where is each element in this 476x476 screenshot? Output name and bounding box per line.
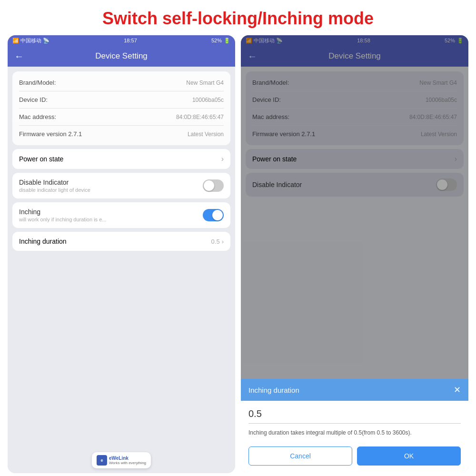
left-logo-sub-text: Works with everything [109,461,146,465]
left-inching-duration-label: Inching duration [19,238,67,245]
left-indicator-top: Disable Indicator disable indicator ligh… [19,178,224,193]
left-logo-main-text: eWeLink [109,456,146,461]
modal-value-display: 0.5 [248,408,461,424]
left-inching-duration-chevron-icon: › [222,238,224,245]
left-wifi-icon: 📡 [43,38,50,44]
modal-body: 0.5 Inching duration takes integral mult… [241,401,468,446]
left-deviceid-value: 10006ba05c [192,97,224,103]
left-firmware-label: Firmware version 2.7.1 [19,130,82,138]
left-battery-icon: 🔋 [224,38,230,44]
left-signal-icon: 📶 [12,38,19,44]
left-back-button[interactable]: ← [14,51,24,62]
left-header-title: Device Setting [29,51,214,61]
left-indicator-text: Disable Indicator disable indicator ligh… [19,178,90,193]
left-brand-value: New Smart G4 [186,79,224,86]
modal-title: Inching duration [248,386,299,394]
left-disable-indicator-card: Disable Indicator disable indicator ligh… [12,173,230,198]
left-deviceid-label: Device ID: [19,96,48,103]
page-title: Switch self-locking/Inching mode [0,0,476,35]
left-mac-value: 84:0D:8E:46:65:47 [176,114,224,120]
left-power-on-chevron-icon: › [221,155,224,163]
left-inching-title: Inching [19,208,106,216]
left-carrier: 中国移动 [20,37,41,44]
left-inching-card: Inching will work only if inching durati… [12,202,230,228]
left-screen-content: Brand/Model: New Smart G4 Device ID: 100… [8,67,235,473]
left-status-right: 52% 🔋 [211,38,230,44]
left-indicator-toggle[interactable] [203,179,224,192]
left-firmware-row: Firmware version 2.7.1 Latest Version [19,126,224,142]
left-status-bar: 📶 中国移动 📡 18:57 52% 🔋 [8,35,235,46]
left-inching-top: Inching will work only if inching durati… [19,208,224,222]
modal-ok-button[interactable]: OK [357,446,461,466]
right-phone-screen: 📶 中国移动 📡 18:58 52% 🔋 ← Device Setting Br… [241,35,468,473]
left-indicator-subtitle: disable indicator light of device [19,187,90,193]
left-battery-percent: 52% [211,38,222,43]
left-indicator-title: Disable Indicator [19,178,90,186]
left-mac-label: Mac address: [19,113,56,120]
left-firmware-value: Latest Version [188,131,224,138]
left-inching-duration-right: 0.5 › [211,238,224,245]
left-inching-duration-row[interactable]: Inching duration 0.5 › [12,232,230,251]
left-indicator-toggle-knob [204,180,214,191]
left-app-header: ← Device Setting [8,46,235,67]
left-phone-screen: 📶 中国移动 📡 18:57 52% 🔋 ← Device Setting Br… [8,35,235,473]
left-power-on-state-row[interactable]: Power on state › [12,149,230,169]
left-info-card: Brand/Model: New Smart G4 Device ID: 100… [12,71,230,145]
modal-overlay: Inching duration ✕ 0.5 Inching duration … [241,35,468,473]
left-inching-toggle-knob [212,210,223,220]
left-brand-row: Brand/Model: New Smart G4 [19,74,224,91]
modal-header: Inching duration ✕ [241,379,468,401]
left-power-on-label: Power on state [19,155,63,163]
modal-description: Inching duration takes integral multiple… [248,428,461,437]
left-bottom-logo: e eWeLink Works with everything [92,452,151,468]
inching-duration-modal: Inching duration ✕ 0.5 Inching duration … [241,379,468,473]
left-status-left: 📶 中国移动 📡 [12,37,50,44]
left-logo-text-area: eWeLink Works with everything [109,456,146,465]
modal-buttons: Cancel OK [241,446,468,473]
left-inching-toggle[interactable] [203,209,224,221]
left-brand-label: Brand/Model: [19,79,56,86]
modal-cancel-button[interactable]: Cancel [248,446,352,466]
screens-container: 📶 中国移动 📡 18:57 52% 🔋 ← Device Setting Br… [0,35,476,473]
left-inching-duration-value: 0.5 [211,238,220,245]
modal-close-button[interactable]: ✕ [454,385,461,395]
left-mac-row: Mac address: 84:0D:8E:46:65:47 [19,109,224,126]
left-inching-text: Inching will work only if inching durati… [19,208,106,222]
left-time: 18:57 [124,38,137,43]
left-logo-icon: e [97,455,107,466]
left-deviceid-row: Device ID: 10006ba05c [19,91,224,109]
left-inching-subtitle: will work only if inching duration is e.… [19,217,106,222]
